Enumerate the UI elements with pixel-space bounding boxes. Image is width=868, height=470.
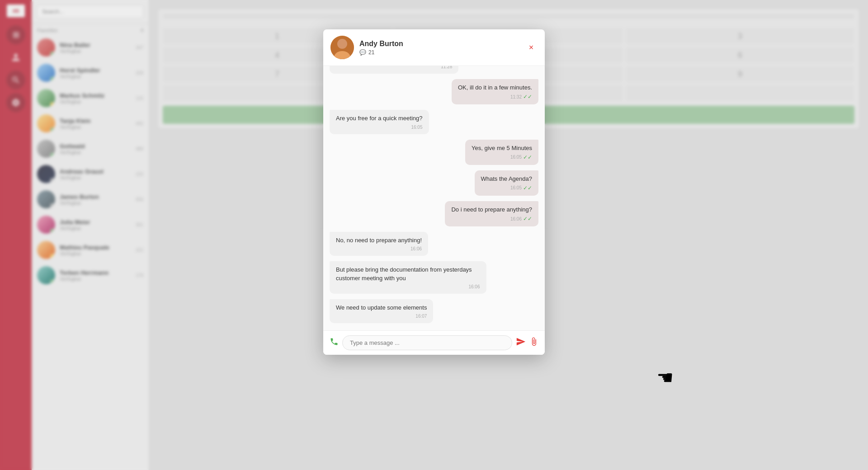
message-bubble: We need to update some elements 16:07	[330, 299, 433, 323]
message-row: OK, ill do it in a few minutes. 11:32 ✓✓	[330, 79, 538, 104]
chat-input-area	[323, 330, 545, 355]
message-time: 11:28	[336, 66, 452, 69]
message-row: Do i need to prepare anything? 16:06 ✓✓	[330, 201, 538, 226]
message-row: But please bring the documentation from …	[330, 261, 538, 293]
attach-button[interactable]	[529, 337, 538, 348]
dialog-status: 💬 21	[359, 49, 525, 56]
message-text: Are you free for a quick meeting?	[336, 114, 423, 122]
dialog-header: Andy Burton 💬 21 ×	[323, 29, 545, 66]
read-checkmark: ✓✓	[523, 94, 532, 100]
message-text: OK, ill do it in a few minutes.	[458, 84, 532, 92]
message-time: 16:06	[336, 284, 480, 289]
read-checkmark: ✓✓	[523, 154, 532, 160]
message-bubble: No, no need to prepare anything! 16:06	[330, 232, 428, 256]
message-row: Are you free for a quick meeting? 16:05	[330, 110, 538, 134]
dialog-user-info: Andy Burton 💬 21	[359, 40, 525, 56]
message-time: 11:32 ✓✓	[458, 94, 532, 100]
message-bubble: Do i need to prepare anything? 16:06 ✓✓	[445, 201, 538, 226]
message-bubble: OK, ill do it in a few minutes. 11:32 ✓✓	[452, 79, 538, 104]
message-bubble: Hi Austin, please call back Mr. Lawrence…	[330, 66, 458, 74]
message-text: We need to update some elements	[336, 304, 427, 312]
send-button[interactable]	[516, 337, 526, 349]
message-row: Whats the Agenda? 16:05 ✓✓	[330, 170, 538, 196]
message-text: But please bring the documentation from …	[336, 266, 480, 282]
message-time: 16:06 ✓✓	[451, 216, 532, 222]
message-input[interactable]	[342, 335, 512, 350]
dialog-avatar	[330, 36, 354, 59]
read-checkmark: ✓✓	[523, 185, 532, 191]
dialog-status-icon: 💬	[359, 49, 366, 56]
message-text: Do i need to prepare anything?	[451, 206, 532, 214]
message-bubble: Yes, give me 5 Minutes 16:05 ✓✓	[465, 140, 538, 165]
dialog-status-count: 21	[368, 49, 374, 56]
svg-point-1	[337, 39, 347, 49]
message-text: Yes, give me 5 Minutes	[472, 144, 532, 152]
message-time: 16:07	[336, 314, 427, 319]
phone-icon[interactable]	[330, 337, 339, 348]
message-time: 16:05	[336, 125, 423, 130]
message-bubble: But please bring the documentation from …	[330, 261, 486, 293]
message-bubble: Are you free for a quick meeting? 16:05	[330, 110, 429, 134]
message-row: Yes, give me 5 Minutes 16:05 ✓✓	[330, 140, 538, 165]
message-time: 16:06	[336, 246, 422, 251]
message-bubble: Whats the Agenda? 16:05 ✓✓	[475, 170, 538, 196]
message-time: 16:05 ✓✓	[472, 154, 532, 160]
dialog-close-button[interactable]: ×	[525, 41, 538, 54]
read-checkmark: ✓✓	[523, 216, 532, 222]
message-row: Hi Austin, please call back Mr. Lawrence…	[330, 66, 538, 74]
message-text: No, no need to prepare anything!	[336, 236, 422, 244]
message-time: 16:05 ✓✓	[481, 185, 532, 191]
message-row: No, no need to prepare anything! 16:06	[330, 232, 538, 256]
message-text: Whats the Agenda?	[481, 175, 532, 183]
chat-messages-area: Hi Austin, please call back Mr. Lawrence…	[323, 66, 545, 330]
dialog-username: Andy Burton	[359, 40, 525, 48]
message-row: We need to update some elements 16:07	[330, 299, 538, 323]
chat-dialog: Andy Burton 💬 21 × Hi Austin, please cal…	[323, 29, 545, 355]
dialog-avatar-image	[330, 36, 354, 59]
